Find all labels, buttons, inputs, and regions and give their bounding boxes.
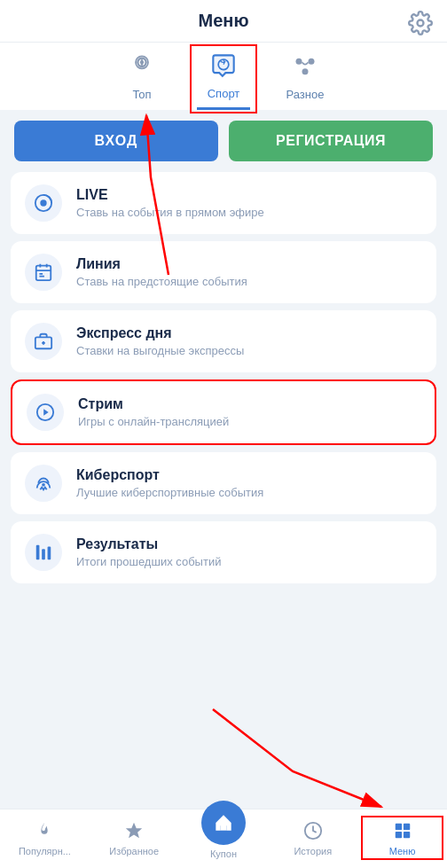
live-icon (25, 184, 62, 222)
coupon-icon (201, 801, 246, 845)
esport-subtitle: Лучшие киберспортивные события (76, 486, 263, 499)
history-icon (302, 819, 325, 842)
nav-menu[interactable]: Меню (389, 819, 416, 856)
liniya-title: Линия (76, 256, 247, 272)
esport-text: Киберспорт Лучшие киберспортивные событи… (76, 467, 263, 499)
nav-menu-label: Меню (389, 846, 416, 856)
live-text: LIVE Ставь на события в прямом эфире (76, 187, 264, 219)
nav-coupon[interactable]: Купон (179, 817, 269, 859)
tab-misc-label: Разное (286, 88, 325, 101)
stream-title: Стрим (78, 396, 229, 412)
svg-rect-18 (48, 547, 51, 560)
esport-icon (25, 465, 62, 502)
register-button[interactable]: РЕГИСТРАЦИЯ (229, 121, 433, 161)
menu-item-live[interactable]: LIVE Ставь на события в прямом эфире (11, 172, 436, 234)
express-title: Экспресс дня (76, 325, 244, 341)
live-title: LIVE (76, 187, 264, 203)
menu-grid-icon (391, 819, 414, 842)
menu-item-express[interactable]: Экспресс дня Ставки на выгодные экспресс… (11, 310, 436, 372)
login-button[interactable]: ВХОД (14, 121, 218, 161)
svg-point-5 (309, 58, 315, 64)
nav-history-label: История (294, 846, 332, 856)
tab-sport-label: Спорт (208, 87, 240, 100)
svg-rect-25 (403, 832, 409, 838)
fire-icon (33, 819, 56, 842)
header: Меню (0, 0, 447, 43)
tab-sport-wrapper: Спорт (197, 50, 250, 110)
svg-rect-9 (36, 266, 51, 281)
svg-rect-16 (36, 545, 40, 560)
live-subtitle: Ставь на события в прямом эфире (76, 206, 264, 219)
nav-popular-label: Популярн... (19, 846, 71, 856)
express-subtitle: Ставки на выгодные экспрессы (76, 344, 244, 357)
express-text: Экспресс дня Ставки на выгодные экспресс… (76, 325, 244, 357)
gear-button[interactable] (408, 11, 433, 35)
results-title: Результаты (76, 536, 221, 552)
results-icon (25, 534, 62, 571)
svg-point-8 (41, 200, 46, 206)
svg-rect-24 (395, 832, 401, 838)
svg-rect-23 (403, 824, 409, 830)
esport-title: Киберспорт (76, 467, 263, 483)
menu-item-results[interactable]: Результаты Итоги прошедших событий (11, 521, 436, 583)
sport-icon (208, 50, 239, 82)
svg-point-0 (418, 20, 424, 27)
nav-menu-wrapper: Меню (357, 819, 447, 856)
stream-icon (27, 394, 64, 431)
auth-buttons: ВХОД РЕГИСТРАЦИЯ (0, 110, 447, 172)
svg-point-4 (296, 58, 302, 64)
menu-item-liniya[interactable]: Линия Ставь на предстоящие события (11, 241, 436, 303)
svg-marker-14 (43, 409, 49, 415)
tab-misc[interactable]: Разное (278, 51, 332, 110)
liniya-text: Линия Ставь на предстоящие события (76, 256, 247, 288)
results-text: Результаты Итоги прошедших событий (76, 536, 221, 568)
liniya-icon (25, 254, 62, 291)
nav-history[interactable]: История (268, 819, 357, 856)
nav-popular[interactable]: Популярн... (0, 819, 90, 856)
svg-rect-22 (395, 824, 401, 830)
svg-point-15 (42, 483, 45, 487)
svg-marker-19 (126, 823, 142, 838)
star-icon (122, 819, 145, 842)
nav-favorites[interactable]: Избранное (90, 819, 179, 856)
liniya-subtitle: Ставь на предстоящие события (76, 275, 247, 288)
bottom-nav: Популярн... Избранное Купон История (0, 809, 447, 868)
tab-top[interactable]: Топ (115, 51, 169, 110)
svg-rect-20 (221, 824, 227, 831)
svg-rect-17 (42, 549, 45, 559)
stream-subtitle: Игры с онлайн-трансляцией (78, 415, 229, 428)
nav-coupon-label: Купон (210, 848, 237, 859)
menu-item-esport[interactable]: Киберспорт Лучшие киберспортивные событи… (11, 452, 436, 514)
tab-top-label: Топ (132, 88, 151, 101)
menu-list: LIVE Ставь на события в прямом эфире Лин… (0, 172, 447, 583)
express-icon (25, 323, 62, 360)
nav-favorites-label: Избранное (109, 846, 159, 856)
top-icon (126, 51, 158, 82)
page-title: Меню (199, 11, 249, 42)
misc-icon (289, 51, 321, 82)
svg-point-6 (302, 68, 309, 74)
results-subtitle: Итоги прошедших событий (76, 555, 221, 568)
category-tabs: Топ Спорт (0, 43, 447, 110)
stream-text: Стрим Игры с онлайн-трансляцией (78, 396, 229, 428)
menu-item-stream[interactable]: Стрим Игры с онлайн-трансляцией (11, 379, 436, 445)
tab-sport[interactable]: Спорт (197, 50, 250, 110)
